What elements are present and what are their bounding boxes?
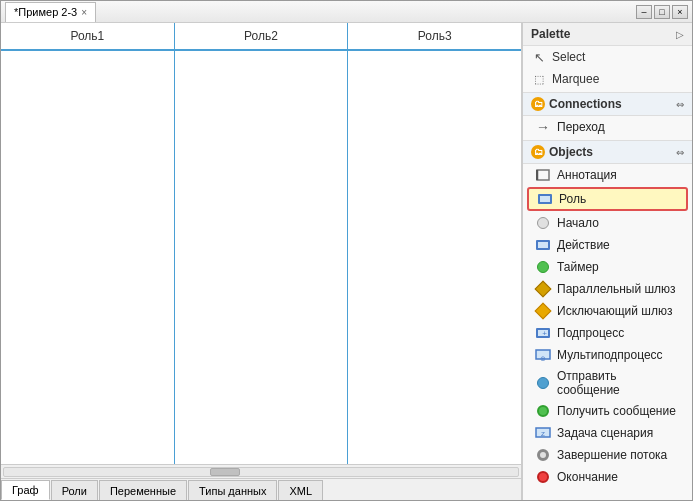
palette-title: Palette [531, 27, 570, 41]
palette-header: Palette ▷ [523, 23, 692, 46]
tab-xml[interactable]: XML [278, 480, 323, 500]
action-icon [535, 237, 551, 253]
parallel-icon [535, 281, 551, 297]
tab-datatypes[interactable]: Типы данных [188, 480, 277, 500]
scrollbar-thumb-h[interactable] [210, 468, 240, 476]
palette-item-parallel[interactable]: Параллельный шлюз [523, 278, 692, 300]
col-header-role1: Роль1 [1, 23, 175, 49]
start-label: Начало [557, 216, 599, 230]
bottom-tabs: Граф Роли Переменные Типы данных XML [1, 478, 521, 500]
transition-label: Переход [557, 120, 605, 134]
palette-item-exclusive[interactable]: Исключающий шлюз [523, 300, 692, 322]
palette-item-subprocess[interactable]: Подпроцесс [523, 322, 692, 344]
palette-expand-icon[interactable]: ▷ [676, 29, 684, 40]
col-header-role3: Роль3 [348, 23, 521, 49]
canvas-col-1[interactable] [1, 51, 175, 464]
select-icon: ↖ [531, 49, 547, 65]
canvas-header: Роль1 Роль2 Роль3 [1, 23, 521, 51]
tool-marquee[interactable]: ⬚ Marquee [523, 68, 692, 90]
palette-item-multisubprocess[interactable]: ⊕ Мультиподпроцесс [523, 344, 692, 366]
multisubprocess-label: Мультиподпроцесс [557, 348, 663, 362]
role-label: Роль [559, 192, 586, 206]
objects-folder-icon: 🗂 [531, 145, 545, 159]
end-label: Окончание [557, 470, 618, 484]
close-tab-icon[interactable]: × [81, 7, 87, 18]
annotation-label: Аннотация [557, 168, 617, 182]
palette-item-end-flow[interactable]: Завершение потока [523, 444, 692, 466]
subprocess-label: Подпроцесс [557, 326, 624, 340]
end-flow-icon [535, 447, 551, 463]
tool-select-label: Select [552, 50, 585, 64]
palette-item-annotation[interactable]: Аннотация [523, 164, 692, 186]
close-button[interactable]: × [672, 5, 688, 19]
tab-variables[interactable]: Переменные [99, 480, 187, 500]
connections-folder-icon: 🗂 [531, 97, 545, 111]
task-label: Задача сценария [557, 426, 653, 440]
action-label: Действие [557, 238, 610, 252]
start-icon [535, 215, 551, 231]
objects-title: 🗂 Objects [531, 145, 593, 159]
timer-icon [535, 259, 551, 275]
receive-label: Получить сообщение [557, 404, 676, 418]
objects-section-header[interactable]: 🗂 Objects ⇔ [523, 141, 692, 164]
connections-title: 🗂 Connections [531, 97, 622, 111]
end-flow-label: Завершение потока [557, 448, 667, 462]
subprocess-icon [535, 325, 551, 341]
palette-item-receive[interactable]: Получить сообщение [523, 400, 692, 422]
palette-item-start[interactable]: Начало [523, 212, 692, 234]
document-tab-label: *Пример 2-3 [14, 6, 77, 18]
palette-item-role[interactable]: Роль [527, 187, 688, 211]
role-icon [537, 191, 553, 207]
main-area: Роль1 Роль2 Роль3 [1, 23, 692, 500]
exclusive-label: Исключающий шлюз [557, 304, 672, 318]
receive-icon [535, 403, 551, 419]
palette-panel: Palette ▷ ↖ Select ⬚ Marquee 🗂 [522, 23, 692, 500]
svg-text:⊕: ⊕ [540, 355, 546, 361]
canvas-area: Роль1 Роль2 Роль3 [1, 23, 522, 500]
minimize-button[interactable]: – [636, 5, 652, 19]
connections-section-header[interactable]: 🗂 Connections ⇔ [523, 93, 692, 116]
palette-item-action[interactable]: Действие [523, 234, 692, 256]
marquee-icon: ⬚ [531, 71, 547, 87]
connections-expand-icon: ⇔ [676, 99, 684, 110]
tool-select[interactable]: ↖ Select [523, 46, 692, 68]
palette-item-transition[interactable]: → Переход [523, 116, 692, 138]
col-header-role2: Роль2 [175, 23, 349, 49]
maximize-button[interactable]: □ [654, 5, 670, 19]
title-bar-left: *Пример 2-3 × [5, 2, 96, 22]
palette-item-send[interactable]: Отправить сообщение [523, 366, 692, 400]
end-icon [535, 469, 551, 485]
send-icon [535, 375, 551, 391]
objects-section: 🗂 Objects ⇔ Аннотация [523, 140, 692, 488]
tab-graph[interactable]: Граф [1, 480, 50, 500]
task-icon: z [535, 425, 551, 441]
canvas-body[interactable] [1, 51, 521, 464]
palette-item-timer[interactable]: Таймер [523, 256, 692, 278]
main-window: *Пример 2-3 × – □ × Роль1 Роль2 Роль3 [0, 0, 693, 501]
connections-section: 🗂 Connections ⇔ → Переход [523, 92, 692, 138]
palette-content: ↖ Select ⬚ Marquee 🗂 Connections ⇔ [523, 46, 692, 500]
multi-icon: ⊕ [535, 347, 551, 363]
parallel-label: Параллельный шлюз [557, 282, 676, 296]
svg-text:z: z [541, 429, 545, 438]
scrollbar-track-h[interactable] [3, 467, 519, 477]
arrow-icon: → [535, 119, 551, 135]
annotation-icon [535, 167, 551, 183]
objects-expand-icon: ⇔ [676, 147, 684, 158]
palette-item-end[interactable]: Окончание [523, 466, 692, 488]
tool-marquee-label: Marquee [552, 72, 599, 86]
window-controls: – □ × [636, 5, 688, 19]
send-label: Отправить сообщение [557, 369, 680, 397]
palette-item-task[interactable]: z Задача сценария [523, 422, 692, 444]
canvas-col-2[interactable] [175, 51, 349, 464]
canvas-col-3[interactable] [348, 51, 521, 464]
title-bar: *Пример 2-3 × – □ × [1, 1, 692, 23]
timer-label: Таймер [557, 260, 599, 274]
canvas-table: Роль1 Роль2 Роль3 [1, 23, 521, 478]
horizontal-scrollbar[interactable] [1, 464, 521, 478]
svg-rect-0 [537, 170, 549, 180]
exclusive-icon [535, 303, 551, 319]
tab-roles[interactable]: Роли [51, 480, 98, 500]
document-tab[interactable]: *Пример 2-3 × [5, 2, 96, 22]
